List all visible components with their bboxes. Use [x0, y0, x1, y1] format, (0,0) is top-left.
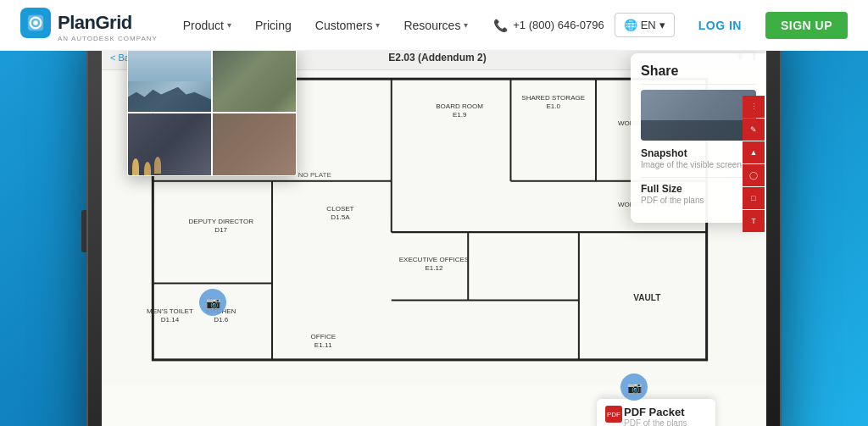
fullsize-section: Full Size PDF of the plans: [641, 183, 756, 206]
svg-text:SHARED STORAGE: SHARED STORAGE: [521, 94, 585, 102]
login-button[interactable]: LOG IN: [685, 12, 755, 39]
toolbar-btn-6[interactable]: T: [743, 210, 765, 232]
divider-2: [641, 177, 756, 178]
toolbar-btn-4[interactable]: ◯: [743, 164, 765, 186]
fullsize-title[interactable]: Full Size: [641, 183, 756, 195]
toolbar-btn-3[interactable]: ▲: [743, 141, 765, 163]
logo-area: PlanGrid AN AUTODESK COMPANY: [20, 8, 158, 42]
logo-sub: AN AUTODESK COMPANY: [58, 35, 158, 42]
svg-text:D17: D17: [214, 226, 227, 234]
pdf-packet-title[interactable]: PDF Packet: [624, 406, 687, 418]
chevron-down-icon: ▾: [659, 19, 665, 31]
phone-icon: 📞: [493, 19, 508, 32]
svg-text:VAULT: VAULT: [633, 293, 661, 302]
fullsize-desc: PDF of the plans: [641, 195, 756, 206]
svg-text:D1.14: D1.14: [161, 316, 180, 324]
chevron-down-icon: ▾: [464, 20, 468, 30]
svg-text:MEN'S TOILET: MEN'S TOILET: [147, 307, 193, 315]
tablet-device: 9:41 AM ●●●●● 📶 100% < Back E2.03 (Adden…: [86, 51, 782, 426]
snapshot-desc: Image of the visible screen: [641, 159, 756, 170]
main-nav: Product ▾ Pricing Customers ▾ Resources …: [173, 12, 479, 39]
svg-text:DEPUTY DIRECTOR: DEPUTY DIRECTOR: [188, 218, 253, 225]
toolbar-btn-1[interactable]: ⋮: [743, 96, 765, 118]
svg-point-2: [33, 20, 38, 25]
share-photo-preview: [641, 90, 756, 141]
camera-marker-2[interactable]: 📷: [620, 373, 648, 401]
photo-cell-workers: [128, 113, 211, 175]
nav-customers[interactable]: Customers ▾: [305, 12, 391, 39]
photo-cell-construction: [213, 51, 296, 112]
pdf-icon: PDF: [605, 406, 622, 423]
pdf-packet-panel: PDF PDF Packet PDF of the plans: [597, 399, 715, 426]
photo-cell-site: [213, 113, 296, 175]
signup-button[interactable]: SIGN UP: [765, 12, 848, 39]
toolbar-btn-5[interactable]: □: [743, 187, 765, 209]
share-panel-title: Share: [641, 64, 756, 79]
photo-grid-overlay: [127, 51, 297, 176]
hero-section: 9:41 AM ●●●●● 📶 100% < Back E2.03 (Adden…: [0, 51, 868, 426]
nav-pricing[interactable]: Pricing: [245, 12, 302, 39]
chevron-down-icon: ▾: [227, 20, 231, 30]
svg-text:NO PLATE: NO PLATE: [298, 171, 332, 179]
share-divider: [641, 84, 756, 85]
svg-text:E1.9: E1.9: [453, 111, 467, 119]
svg-text:E1.11: E1.11: [314, 341, 333, 349]
globe-icon: 🌐: [624, 19, 637, 31]
right-toolbar: ⋮ ✎ ▲ ◯ □ T: [743, 96, 766, 232]
logo-text: PlanGrid: [58, 12, 132, 34]
svg-text:E1.12: E1.12: [426, 264, 444, 272]
language-selector[interactable]: 🌐 EN ▾: [615, 13, 675, 37]
svg-text:E1.0: E1.0: [546, 102, 560, 110]
nav-resources[interactable]: Resources ▾: [393, 12, 478, 39]
svg-text:OFFICE: OFFICE: [311, 333, 337, 340]
svg-text:D1.5A: D1.5A: [331, 213, 350, 221]
snapshot-section: Snapshot Image of the visible screen: [641, 147, 756, 170]
svg-text:D1.6: D1.6: [214, 316, 228, 324]
toolbar-btn-2[interactable]: ✎: [743, 119, 765, 141]
pdf-packet-desc: PDF of the plans: [624, 418, 687, 426]
camera-marker-1[interactable]: 📷: [199, 289, 226, 316]
chevron-down-icon: ▾: [376, 20, 380, 30]
site-header: PlanGrid AN AUTODESK COMPANY Product ▾ P…: [0, 0, 868, 51]
svg-text:EXECUTIVE OFFICES: EXECUTIVE OFFICES: [399, 256, 470, 263]
phone-number: 📞 +1 (800) 646-0796: [493, 19, 604, 32]
svg-text:BOARD ROOM: BOARD ROOM: [436, 102, 483, 110]
nav-product[interactable]: Product ▾: [173, 12, 242, 39]
logo-icon[interactable]: [20, 8, 51, 38]
header-actions: 📞 +1 (800) 646-0796 🌐 EN ▾ LOG IN SIGN U…: [493, 12, 848, 39]
snapshot-title[interactable]: Snapshot: [641, 147, 756, 159]
photo-cell-building: [128, 51, 211, 112]
svg-text:CLOSET: CLOSET: [326, 205, 353, 213]
